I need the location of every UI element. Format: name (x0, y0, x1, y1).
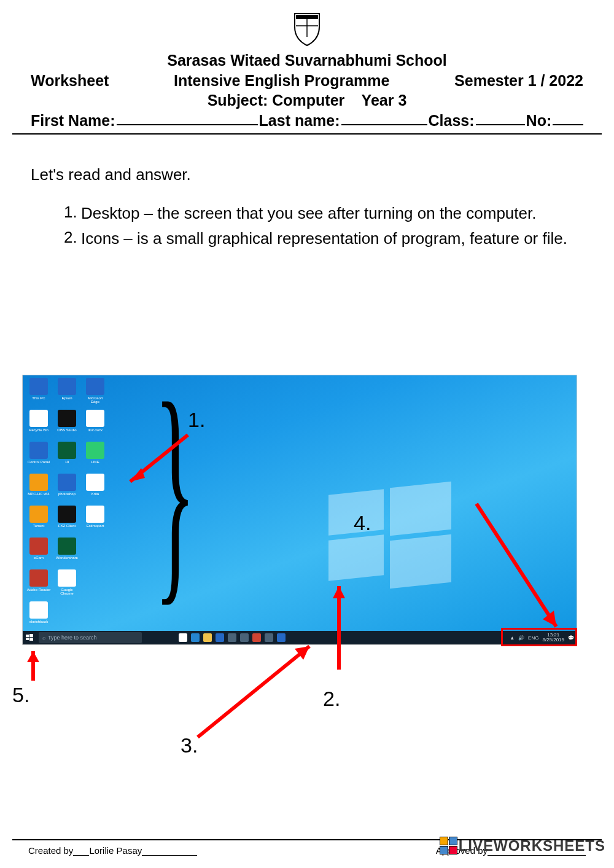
desktop-icon[interactable]: eCam (26, 538, 51, 568)
app-icon (86, 538, 104, 555)
desktop-icon[interactable]: Recycle Bin (26, 410, 51, 440)
worksheet-label: Worksheet (31, 71, 109, 91)
desktop-icon[interactable]: 19 (55, 442, 79, 472)
icon-label: Epson (55, 396, 79, 400)
desktop-icon[interactable]: Wondershare (55, 538, 79, 568)
icon-label: OBS Studio (55, 428, 79, 432)
svg-rect-5 (26, 638, 29, 640)
app-icon (58, 569, 76, 587)
desktop-icon[interactable]: Control Panel (26, 442, 51, 472)
desktop-screenshot: This PCEpsonMicrosoft EdgeRecycle BinOBS… (22, 375, 577, 645)
icon-label: Adobe Reader (26, 588, 51, 592)
desktop-icon[interactable]: Krita (83, 474, 107, 504)
desktop-icon[interactable]: Epson (55, 378, 79, 409)
subject-line: Subject: Computer Year 3 (31, 90, 583, 111)
app-icon (29, 378, 48, 395)
start-button[interactable] (23, 631, 36, 644)
search-placeholder: Type here to search (48, 635, 97, 641)
class-field[interactable] (476, 112, 525, 125)
app-icon (86, 378, 104, 395)
search-box[interactable]: ⌕ Type here to search (39, 632, 142, 643)
icon-label: Google Chrome (55, 588, 79, 595)
icon-label: This PC (26, 396, 51, 400)
desktop-icon[interactable]: FXZ Client (55, 506, 79, 536)
no-label: No: (526, 112, 552, 130)
no-field[interactable] (553, 112, 583, 125)
tray-lang: ENG (528, 635, 538, 641)
definition-text: Desktop – the screen that you see after … (81, 203, 583, 224)
desktop-icon[interactable] (83, 538, 107, 568)
taskbar: ⌕ Type here to search ▲🔊 ENG 13:21 8/25/… (23, 631, 577, 644)
app-icon (29, 410, 48, 427)
desktop-icon[interactable]: photoshop (55, 474, 79, 504)
app-icon (86, 506, 104, 523)
label-2: 2. (323, 687, 340, 711)
windows-logo-icon (328, 485, 451, 583)
svg-rect-4 (29, 634, 33, 637)
app-icon (86, 410, 104, 427)
desktop-icon[interactable]: sketchbook (26, 601, 51, 632)
created-by-label: Created by (28, 845, 73, 856)
app-icon (29, 506, 48, 523)
app-icon (58, 442, 76, 459)
app-icon (58, 378, 76, 395)
app-icon (29, 601, 48, 619)
firstname-field[interactable] (117, 112, 258, 125)
app-icon (29, 569, 48, 587)
app-icon (29, 538, 48, 555)
desktop-icon[interactable]: Adobe Reader (26, 569, 51, 600)
system-tray[interactable]: ▲🔊 ENG 13:21 8/25/2019 💬 (510, 631, 574, 644)
desktop-icon[interactable]: This PC (26, 378, 51, 409)
curly-brace-icon: } (154, 379, 195, 600)
desktop-icon[interactable]: MPC-HC x64 (26, 474, 51, 504)
icon-label: Torrent (26, 524, 51, 528)
desktop-icon[interactable]: Google Chrome (55, 569, 79, 600)
lastname-field[interactable] (341, 112, 427, 125)
app-icon (58, 474, 76, 491)
tray-date: 8/25/2019 (542, 637, 564, 643)
definition-item: 2.Icons – is a small graphical represent… (64, 228, 583, 249)
firstname-label: First Name: (31, 112, 115, 130)
desktop-icon[interactable]: LINE (83, 442, 107, 472)
watermark-text: LIVEWORKSHEETS (459, 837, 605, 854)
desktop-icon[interactable]: OBS Studio (55, 410, 79, 440)
semester-label: Semester 1 / 2022 (454, 71, 583, 91)
app-icon (86, 442, 104, 459)
app-icon (58, 506, 76, 523)
lastname-label: Last name: (259, 112, 340, 130)
app-icon (58, 410, 76, 427)
definition-number: 2. (64, 228, 81, 249)
icon-label: FXZ Client (55, 524, 79, 528)
instruction-text: Let's read and answer. (31, 165, 583, 184)
created-by-name: Lorilie Pasay (89, 845, 142, 856)
taskbar-pinned-apps[interactable] (179, 633, 286, 642)
icon-label: doc.docx (83, 428, 107, 432)
icon-label: Krita (83, 492, 107, 496)
desktop-icon[interactable]: Torrent (26, 506, 51, 536)
programme-label: Intensive English Programme (174, 71, 390, 91)
svg-rect-6 (29, 638, 33, 641)
definition-text: Icons – is a small graphical representat… (81, 228, 583, 249)
school-logo (292, 12, 322, 47)
svg-marker-14 (295, 646, 309, 660)
arrow-3-icon (187, 639, 322, 743)
desktop-icon[interactable]: doc.docx (83, 410, 107, 440)
arrow-5-icon (25, 644, 49, 687)
svg-rect-3 (26, 635, 29, 637)
icon-label: photoshop (55, 492, 79, 496)
desktop-icon[interactable]: Microsoft Edge (83, 378, 107, 409)
icon-label: sketchbook (26, 620, 51, 624)
app-icon (29, 442, 48, 459)
icon-label: 19 (55, 460, 79, 464)
svg-marker-16 (27, 651, 39, 662)
liveworksheets-watermark: LIVEWORKSHEETS (440, 837, 605, 854)
icon-label: Control Panel (26, 460, 51, 464)
definition-number: 1. (64, 203, 81, 224)
search-icon: ⌕ (42, 635, 45, 641)
desktop-icon[interactable] (83, 569, 107, 600)
icon-label: LINE (83, 460, 107, 464)
icon-label: Wondershare (55, 556, 79, 560)
icon-label: MPC-HC x64 (26, 492, 51, 496)
definition-item: 1.Desktop – the screen that you see afte… (64, 203, 583, 224)
desktop-icon[interactable]: Estimopart (83, 506, 107, 536)
